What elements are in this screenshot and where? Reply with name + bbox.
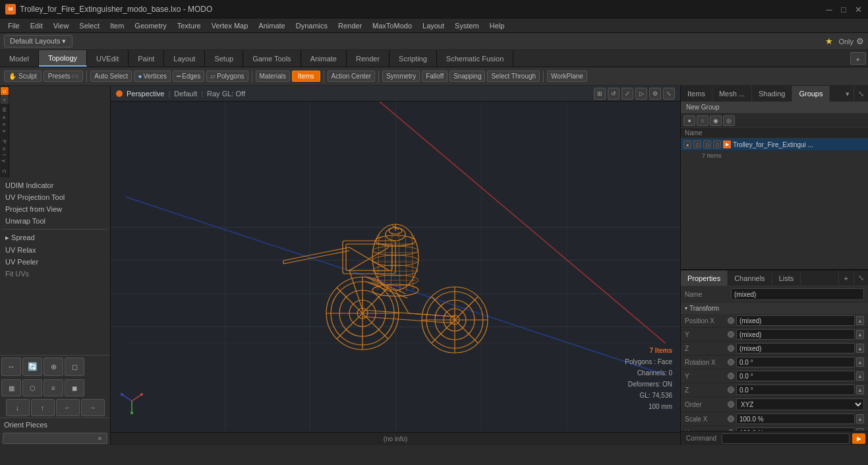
menu-edit[interactable]: Edit (25, 20, 48, 31)
uv-strip-v[interactable]: V (1, 96, 9, 104)
uv-strip-uv[interactable]: U (1, 87, 9, 95)
rp-tab-shading[interactable]: Shading (752, 86, 792, 102)
menu-help[interactable]: Help (484, 20, 510, 31)
tool-uv-relax[interactable]: UV Relax (1, 244, 109, 256)
symmetry-button[interactable]: Symmetry (382, 71, 420, 82)
rp-sub-render[interactable]: ◉ (710, 115, 722, 126)
workplane-button[interactable]: WorkPlane (547, 71, 587, 82)
rp-tab-items[interactable]: Items (681, 86, 712, 102)
add-tab-button[interactable]: + (850, 52, 866, 65)
tool-uv-projection[interactable]: UV Projection Tool (1, 191, 109, 203)
menu-layout[interactable]: Layout (417, 20, 449, 31)
tab-model[interactable]: Model (0, 50, 39, 67)
rp-prop-tab-lists[interactable]: Lists (772, 270, 801, 286)
icon-lines[interactable]: ≡ (43, 379, 63, 396)
icon-arrow-right[interactable]: → (81, 399, 105, 416)
prop-rot-z-input[interactable] (736, 385, 855, 395)
maximize-button[interactable]: □ (839, 5, 848, 14)
menu-maxtomodo[interactable]: MaxToModo (367, 20, 417, 31)
rp-item-lock-btn[interactable]: □ (693, 140, 701, 148)
polygons-button[interactable]: ▱ Polygons (206, 71, 248, 82)
tab-animate[interactable]: Animate (301, 50, 347, 67)
prop-rot-z-arr[interactable]: ▲ (856, 385, 864, 394)
tab-uvedit[interactable]: UVEdit (87, 50, 129, 67)
tool-uv-peeler[interactable]: UV Peeler (1, 256, 109, 268)
prop-pos-z-arr[interactable]: ▲ (856, 344, 864, 353)
rp-tab-groups[interactable]: Groups (792, 86, 830, 102)
prop-order-select[interactable]: XYZ XZY YXZ (736, 398, 864, 410)
icon-hex[interactable]: ⬡ (22, 379, 42, 396)
prop-order-circle[interactable] (728, 401, 734, 408)
select-through-button[interactable]: Select Through (487, 71, 540, 82)
rp-item-eye-btn[interactable]: ● (683, 140, 691, 148)
menu-vertex-map[interactable]: Vertex Map (206, 20, 254, 31)
rp-prop-tab-channels[interactable]: Channels (728, 270, 772, 286)
viewport-canvas[interactable]: 7 Items Polygons : Face Channels: 0 Defo… (111, 102, 680, 432)
icon-arrow-down-l[interactable]: ↓ (6, 399, 30, 416)
prop-pos-z-input[interactable] (736, 343, 855, 354)
presets-button[interactable]: Presets F6 (43, 71, 83, 82)
minimize-button[interactable]: ─ (825, 5, 834, 14)
tool-udim-indicator[interactable]: UDIM Indicator (1, 179, 109, 191)
sculpt-button[interactable]: ✋ Sculpt (4, 71, 42, 82)
prop-pos-x-input[interactable] (736, 315, 855, 326)
tab-setup[interactable]: Setup (205, 50, 243, 67)
menu-select[interactable]: Select (74, 20, 105, 31)
prop-rot-z-circle[interactable] (728, 387, 734, 393)
edges-button[interactable]: ━ Edges (173, 71, 204, 82)
icon-scale[interactable]: ⊕ (43, 357, 63, 376)
action-center-button[interactable]: Action Center (328, 71, 376, 82)
icon-select[interactable]: ◻ (65, 357, 84, 376)
menu-system[interactable]: System (449, 20, 484, 31)
rp-sub-lock[interactable]: ○ (697, 115, 709, 126)
prop-rot-y-circle[interactable] (728, 373, 734, 379)
tool-fit-uvs[interactable]: Fit UVs (1, 268, 109, 280)
tab-render[interactable]: Render (347, 50, 390, 67)
tool-unwrap[interactable]: Unwrap Tool (1, 215, 109, 227)
menu-file[interactable]: File (3, 20, 25, 31)
rp-sub-wireframe[interactable]: ◎ (723, 115, 735, 126)
icon-move[interactable]: ↔ (1, 357, 21, 376)
expand-button[interactable]: » (3, 433, 107, 444)
close-button[interactable]: ✕ (854, 5, 863, 14)
prop-rot-x-circle[interactable] (728, 359, 734, 365)
rp-sub-eye[interactable]: ● (683, 115, 695, 126)
icon-arrow-left[interactable]: ← (56, 399, 80, 416)
menu-dynamics[interactable]: Dynamics (291, 20, 333, 31)
prop-rot-x-arr[interactable]: ▲ (856, 357, 864, 367)
tab-topology[interactable]: Topology (39, 50, 87, 67)
vp-ctrl-reset[interactable]: ↺ (608, 88, 620, 100)
menu-view[interactable]: View (48, 20, 74, 31)
auto-select-button[interactable]: Auto Select (90, 71, 132, 82)
viewport[interactable]: Perspective | Default | Ray GL: Off ⊞ ↺ … (111, 86, 680, 445)
tab-scripting[interactable]: Scripting (390, 50, 437, 67)
prop-pos-x-arr[interactable]: ▲ (856, 316, 864, 325)
prop-rot-y-input[interactable] (736, 371, 855, 381)
prop-name-input[interactable] (731, 288, 864, 300)
prop-scale-x-arr[interactable]: ▲ (856, 414, 864, 423)
rp-prop-plus-btn[interactable]: + (838, 270, 854, 286)
prop-pos-y-arr[interactable]: ▲ (856, 330, 864, 339)
rp-item-wire-btn[interactable]: □ (713, 140, 721, 148)
tab-game-tools[interactable]: Game Tools (243, 50, 301, 67)
tab-layout[interactable]: Layout (164, 50, 205, 67)
vp-ctrl-render[interactable]: ▷ (635, 88, 647, 100)
command-input[interactable] (722, 433, 850, 444)
snapping-button[interactable]: Snapping (449, 71, 485, 82)
tool-spread[interactable]: ▸ Spread (1, 232, 109, 244)
menu-animate[interactable]: Animate (253, 20, 290, 31)
rp-tab-mesh[interactable]: Mesh ... (712, 86, 752, 102)
icon-grid[interactable]: ▦ (1, 379, 21, 396)
new-group-button[interactable]: New Group (681, 102, 868, 113)
prop-rot-x-input[interactable] (736, 357, 855, 367)
prop-pos-y-circle[interactable] (728, 331, 734, 338)
menu-geometry[interactable]: Geometry (129, 20, 171, 31)
icon-arrow-up[interactable]: ↑ (31, 399, 55, 416)
icon-fill[interactable]: ◼ (65, 379, 84, 396)
menu-texture[interactable]: Texture (172, 20, 206, 31)
icon-rotate[interactable]: 🔄 (22, 357, 42, 376)
prop-pos-z-circle[interactable] (728, 345, 734, 352)
falloff-button[interactable]: Falloff (422, 71, 448, 82)
rp-tab-arrow[interactable]: ▾ (842, 86, 854, 102)
prop-transform-header[interactable]: ▾ Transform (681, 303, 868, 314)
